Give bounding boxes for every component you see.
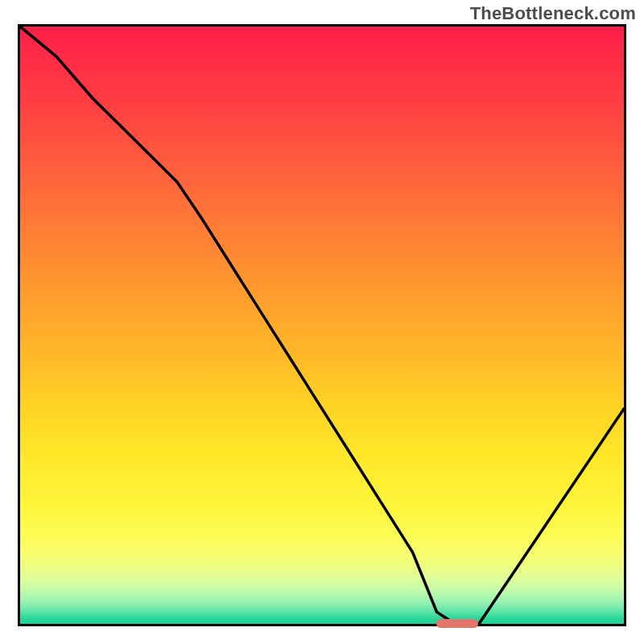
curve-svg [20,27,624,624]
watermark-text: TheBottleneck.com [470,3,636,24]
plot-area [18,24,626,626]
chart-container: TheBottleneck.com [0,0,644,644]
minimum-marker [436,619,478,628]
bottleneck-curve [20,27,624,624]
